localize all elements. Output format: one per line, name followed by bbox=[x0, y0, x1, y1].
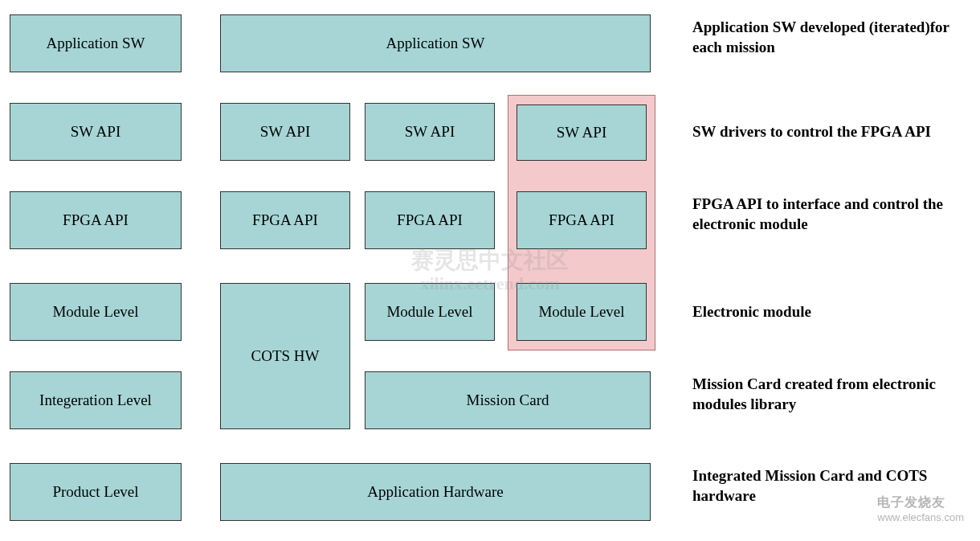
box-fpga-api-1: FPGA API bbox=[10, 191, 182, 249]
box-sw-api-4: SW API bbox=[517, 105, 647, 161]
box-label: SW API bbox=[71, 123, 120, 141]
box-label: Mission Card bbox=[467, 391, 549, 409]
box-integration-level: Integeration Level bbox=[10, 371, 182, 429]
annotation-mission-card: Mission Card created from electronic mod… bbox=[692, 375, 966, 414]
box-sw-api-3: SW API bbox=[365, 103, 495, 161]
annotation-product: Integrated Mission Card and COTS hardwar… bbox=[692, 466, 966, 506]
box-fpga-api-4: FPGA API bbox=[517, 191, 647, 249]
box-fpga-api-2: FPGA API bbox=[220, 191, 350, 249]
box-label: FPGA API bbox=[549, 211, 615, 229]
box-label: SW API bbox=[260, 123, 310, 141]
annotation-text: FPGA API to interface and control the el… bbox=[692, 195, 943, 232]
annotation-sw-api: SW drivers to control the FPGA API bbox=[692, 122, 966, 142]
box-label: Application SW bbox=[47, 35, 145, 52]
watermark-url: www.elecfans.com bbox=[877, 511, 964, 523]
box-label: Application Hardware bbox=[367, 483, 503, 501]
box-label: Module Level bbox=[538, 303, 624, 321]
box-module-level-1: Module Level bbox=[10, 283, 182, 341]
box-label: Module Level bbox=[386, 303, 472, 321]
box-application-hardware: Application Hardware bbox=[220, 463, 651, 521]
box-label: FPGA API bbox=[63, 211, 129, 229]
box-module-level-4: Module Level bbox=[517, 283, 647, 341]
box-sw-api-1: SW API bbox=[10, 103, 182, 161]
annotation-module: Electronic module bbox=[692, 302, 966, 322]
annotation-text: Application SW developed (iterated)for e… bbox=[692, 18, 949, 55]
box-label: SW API bbox=[557, 124, 606, 141]
annotation-app-sw: Application SW developed (iterated)for e… bbox=[692, 18, 966, 57]
architecture-diagram: Application SW Application SW SW API SW … bbox=[10, 14, 970, 527]
annotation-fpga-api: FPGA API to interface and control the el… bbox=[692, 195, 966, 234]
box-label: Integeration Level bbox=[39, 391, 152, 409]
box-product-level: Product Level bbox=[10, 463, 182, 521]
box-app-sw-1: Application SW bbox=[10, 14, 182, 72]
box-label: SW API bbox=[405, 123, 455, 141]
box-sw-api-2: SW API bbox=[220, 103, 350, 161]
annotation-text: Mission Card created from electronic mod… bbox=[692, 375, 936, 412]
box-label: COTS HW bbox=[251, 347, 320, 365]
box-label: FPGA API bbox=[252, 211, 318, 229]
box-cots-hw: COTS HW bbox=[220, 283, 350, 429]
box-label: FPGA API bbox=[397, 211, 463, 229]
box-mission-card: Mission Card bbox=[365, 371, 651, 429]
box-module-level-3: Module Level bbox=[365, 283, 495, 341]
box-label: Application SW bbox=[386, 35, 485, 52]
annotation-text: SW drivers to control the FPGA API bbox=[692, 123, 931, 140]
annotation-text: Electronic module bbox=[692, 303, 811, 320]
box-fpga-api-3: FPGA API bbox=[365, 191, 495, 249]
box-label: Product Level bbox=[52, 483, 138, 501]
box-app-sw-big: Application SW bbox=[220, 14, 651, 72]
annotation-text: Integrated Mission Card and COTS hardwar… bbox=[692, 467, 927, 504]
box-label: Module Level bbox=[52, 303, 138, 321]
